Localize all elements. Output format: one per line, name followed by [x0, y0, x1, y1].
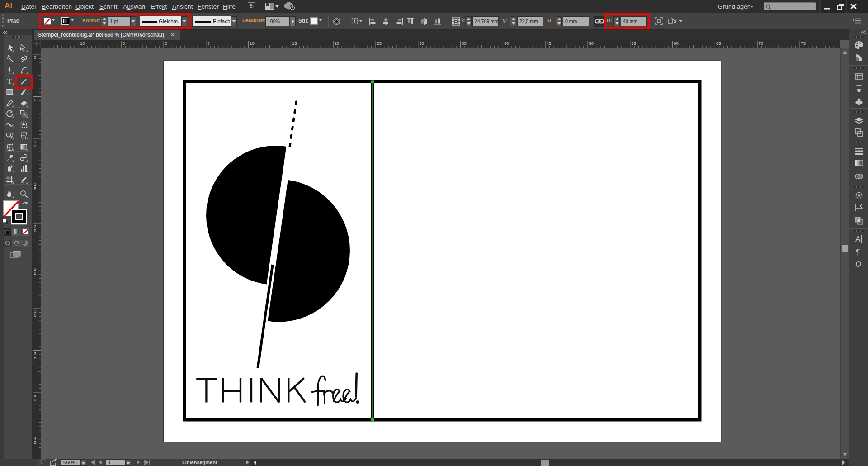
svg-text:10: 10 — [250, 41, 255, 46]
svg-text:15: 15 — [292, 41, 297, 46]
svg-text:55: 55 — [631, 41, 636, 46]
svg-text:75: 75 — [801, 41, 806, 46]
svg-text:0: 0 — [165, 41, 167, 46]
svg-text:5: 5 — [207, 41, 209, 46]
svg-text:70: 70 — [759, 41, 764, 46]
svg-text:40: 40 — [504, 41, 509, 46]
svg-text:¶: ¶ — [856, 248, 860, 257]
svg-text:20: 20 — [335, 41, 340, 46]
svg-text:50: 50 — [589, 41, 594, 46]
svg-text:35: 35 — [462, 41, 467, 46]
svg-text:5: 5 — [34, 271, 36, 276]
svg-text:5: 5 — [34, 355, 36, 360]
svg-text:25: 25 — [377, 41, 382, 46]
svg-text:0: 0 — [34, 313, 36, 318]
svg-text:65: 65 — [716, 41, 721, 46]
svg-text:45: 45 — [547, 41, 552, 46]
svg-text:T: T — [7, 77, 12, 85]
svg-text:30: 30 — [419, 41, 424, 46]
svg-text:0: 0 — [34, 143, 36, 148]
svg-text:5: 5 — [34, 440, 36, 445]
svg-text:60: 60 — [674, 41, 679, 46]
svg-text:0: 0 — [34, 55, 36, 60]
svg-text:0: 0 — [34, 228, 36, 233]
svg-text:O: O — [855, 260, 861, 269]
svg-text:5: 5 — [34, 186, 36, 191]
svg-text:0: 0 — [34, 397, 36, 402]
svg-text:5: 5 — [123, 41, 125, 46]
svg-text:5: 5 — [34, 97, 36, 102]
svg-text:10: 10 — [80, 41, 85, 46]
svg-text:A: A — [855, 235, 861, 243]
